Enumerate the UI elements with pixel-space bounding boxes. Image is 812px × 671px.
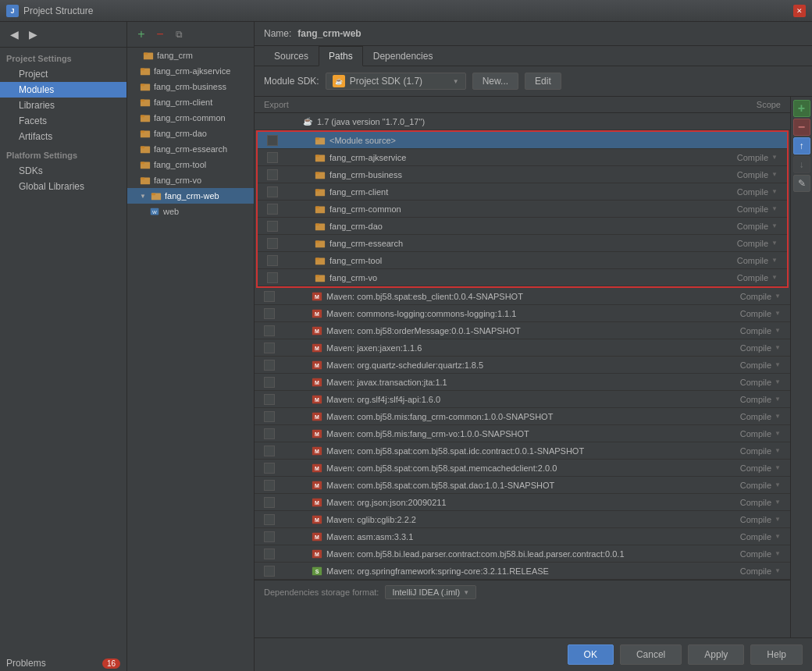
sidebar-item-modules[interactable]: Modules — [0, 82, 126, 98]
sidebar-item-facets[interactable]: Facets — [0, 113, 126, 129]
scope-dropdown-common[interactable]: ▼ — [771, 205, 778, 212]
table-row-business[interactable]: fang_crm-business Compile ▼ — [258, 166, 787, 183]
scope-dropdown-maven2[interactable]: ▼ — [775, 310, 781, 317]
export-checkbox-maven9[interactable] — [264, 428, 275, 439]
module-list-item-common[interactable]: fang_crm-common — [127, 110, 254, 126]
export-checkbox-maven12[interactable] — [264, 480, 275, 491]
scope-dropdown-business[interactable]: ▼ — [771, 171, 778, 178]
tab-sources[interactable]: Sources — [264, 46, 319, 66]
export-checkbox-business[interactable] — [267, 169, 278, 180]
sidebar-item-global-libraries[interactable]: Global Libraries — [0, 179, 126, 194]
module-list-item-dao[interactable]: fang_crm-dao — [127, 126, 254, 141]
table-row-maven5[interactable]: M Maven: org.quartz-scheduler:quartz:1.8… — [255, 357, 790, 374]
sidebar-item-project[interactable]: Project — [0, 66, 126, 82]
scope-dropdown-tool[interactable]: ▼ — [771, 257, 778, 264]
sidebar-item-artifacts[interactable]: Artifacts — [0, 129, 126, 144]
module-list-item-web[interactable]: ▼ fang_crm-web — [127, 188, 254, 204]
table-row-maven12[interactable]: M Maven: com.bj58.spat:com.bj58.spat.dao… — [255, 477, 790, 494]
scope-dropdown-maven1[interactable]: ▼ — [775, 293, 781, 300]
export-checkbox-maven6[interactable] — [264, 377, 275, 388]
forward-button[interactable]: ▶ — [25, 27, 41, 42]
table-row-vo[interactable]: fang_crm-vo Compile ▼ — [258, 269, 787, 286]
module-list-item-essearch[interactable]: fang_crm-essearch — [127, 141, 254, 157]
table-row-maven3[interactable]: M Maven: com.bj58:orderMessage:0.0.1-SNA… — [255, 322, 790, 339]
sidebar-item-libraries[interactable]: Libraries — [0, 98, 126, 113]
export-checkbox-maven5[interactable] — [264, 360, 275, 371]
copy-module-button[interactable]: ⧉ — [171, 27, 187, 42]
module-list-item-web-sub[interactable]: W web — [127, 204, 254, 219]
scope-dropdown-maven12[interactable]: ▼ — [775, 481, 781, 488]
sdk-select[interactable]: ☕ Project SDK (1.7) ▼ — [326, 73, 466, 90]
sidebar-item-problems[interactable]: Problems 16 — [0, 655, 126, 671]
module-list-item-fang_crm[interactable]: fang_crm — [127, 48, 254, 63]
scope-dropdown-vo[interactable]: ▼ — [771, 274, 778, 281]
scope-dropdown-maven4[interactable]: ▼ — [775, 344, 781, 351]
scope-dropdown-maven10[interactable]: ▼ — [775, 447, 781, 454]
edit-sdk-button[interactable]: Edit — [525, 73, 561, 90]
export-checkbox-tool[interactable] — [267, 255, 278, 266]
table-row-maven7[interactable]: M Maven: org.slf4j:slf4j-api:1.6.0 Compi… — [255, 391, 790, 408]
export-checkbox-maven11[interactable] — [264, 463, 275, 474]
scope-dropdown-maven3[interactable]: ▼ — [775, 327, 781, 334]
export-checkbox-maven16[interactable] — [264, 549, 275, 559]
remove-module-button[interactable]: − — [152, 27, 168, 42]
scope-dropdown-maven9[interactable]: ▼ — [775, 430, 781, 437]
export-checkbox-dao[interactable] — [267, 221, 278, 232]
export-checkbox-essearch[interactable] — [267, 238, 278, 249]
export-checkbox-ajkservice[interactable] — [267, 152, 278, 163]
export-checkbox-maven3[interactable] — [264, 325, 275, 336]
tab-dependencies[interactable]: Dependencies — [363, 46, 443, 66]
scope-dropdown-dao[interactable]: ▼ — [771, 222, 778, 229]
table-row-maven6[interactable]: M Maven: javax.transaction:jta:1.1 Compi… — [255, 374, 790, 391]
module-list-item-ajkservice[interactable]: fang_crm-ajkservice — [127, 63, 254, 79]
new-sdk-button[interactable]: New... — [472, 73, 518, 90]
export-checkbox-maven2[interactable] — [264, 308, 275, 319]
export-checkbox-maven15[interactable] — [264, 531, 275, 542]
table-row-module-source[interactable]: <Module source> — [258, 132, 787, 149]
ok-button[interactable]: OK — [568, 644, 614, 665]
edit-dep-button[interactable]: ✎ — [793, 175, 810, 192]
tab-paths[interactable]: Paths — [319, 46, 363, 66]
scope-dropdown-maven6[interactable]: ▼ — [775, 378, 781, 385]
export-checkbox-maven14[interactable] — [264, 514, 275, 525]
move-up-button[interactable]: ↑ — [793, 137, 810, 154]
scope-dropdown-essearch[interactable]: ▼ — [771, 240, 778, 247]
scope-dropdown-maven16[interactable]: ▼ — [775, 550, 781, 557]
scope-dropdown-maven7[interactable]: ▼ — [775, 396, 781, 403]
export-checkbox-maven7[interactable] — [264, 394, 275, 405]
scope-dropdown-maven17[interactable]: ▼ — [775, 567, 781, 574]
export-checkbox-maven10[interactable] — [264, 446, 275, 456]
export-checkbox-maven4[interactable] — [264, 343, 275, 353]
table-row-ajkservice[interactable]: fang_crm-ajkservice Compile ▼ — [258, 149, 787, 166]
export-checkbox-common[interactable] — [267, 204, 278, 215]
move-down-button[interactable]: ↓ — [793, 156, 810, 173]
close-button[interactable]: ✕ — [793, 5, 806, 17]
table-row-maven4[interactable]: M Maven: jaxen:jaxen:1.1.6 Compile ▼ — [255, 339, 790, 357]
export-checkbox-maven13[interactable] — [264, 497, 275, 508]
table-row-common[interactable]: fang_crm-common Compile ▼ — [258, 201, 787, 218]
export-checkbox-maven17[interactable] — [264, 566, 275, 577]
remove-dep-button[interactable]: − — [793, 119, 810, 136]
module-list-item-tool[interactable]: fang_crm-tool — [127, 157, 254, 172]
export-checkbox-client[interactable] — [267, 186, 278, 197]
table-row-maven16[interactable]: M Maven: com.bj58.bi.lead.parser.contrac… — [255, 545, 790, 563]
help-button[interactable]: Help — [750, 644, 803, 665]
table-row-maven11[interactable]: M Maven: com.bj58.spat:com.bj58.spat.mem… — [255, 460, 790, 477]
table-row-dao[interactable]: fang_crm-dao Compile ▼ — [258, 218, 787, 235]
table-row-maven8[interactable]: M Maven: com.bj58.mis:fang_crm-common:1.… — [255, 408, 790, 425]
back-button[interactable]: ◀ — [6, 27, 22, 42]
table-row-maven13[interactable]: M Maven: org.json:json:20090211 Compile … — [255, 494, 790, 511]
module-list-item-client[interactable]: fang_crm-client — [127, 94, 254, 110]
table-row-maven2[interactable]: M Maven: commons-logging:commons-logging… — [255, 305, 790, 322]
scope-dropdown-maven15[interactable]: ▼ — [775, 533, 781, 540]
table-row-tool[interactable]: fang_crm-tool Compile ▼ — [258, 252, 787, 269]
export-checkbox-maven1[interactable] — [264, 291, 275, 302]
table-row-maven15[interactable]: M Maven: asm:asm:3.3.1 Compile ▼ — [255, 528, 790, 545]
module-list-item-business[interactable]: fang_crm-business — [127, 79, 254, 94]
cancel-button[interactable]: Cancel — [620, 644, 682, 665]
export-checkbox-module-source[interactable] — [267, 135, 278, 146]
export-checkbox-maven8[interactable] — [264, 411, 275, 422]
module-list-item-vo[interactable]: fang_crm-vo — [127, 172, 254, 188]
sidebar-item-sdks[interactable]: SDKs — [0, 163, 126, 179]
add-dep-button[interactable]: + — [793, 100, 810, 117]
